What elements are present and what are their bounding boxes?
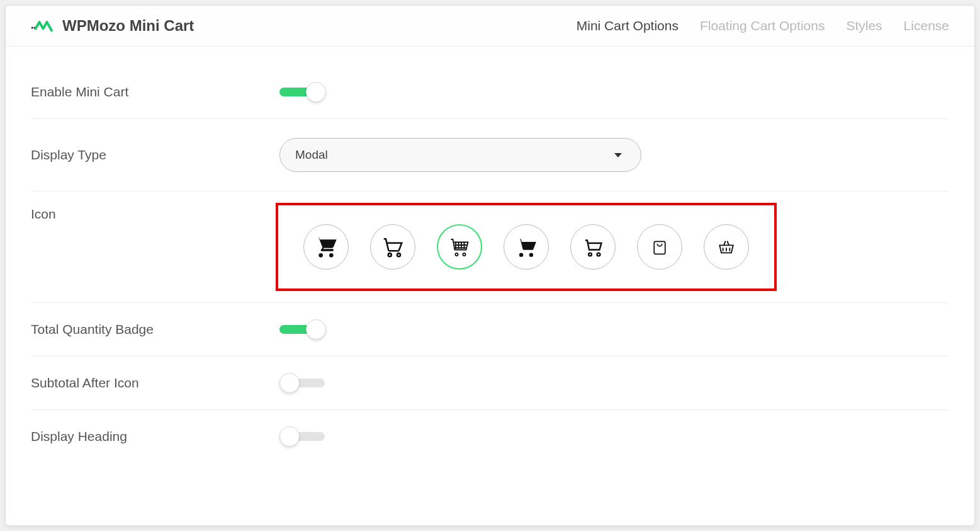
label-total-quantity-badge: Total Quantity Badge	[31, 322, 279, 337]
select-display-type-value: Modal	[295, 148, 328, 162]
svg-point-6	[589, 253, 592, 256]
icon-option-cart-filled-1[interactable]	[303, 224, 349, 270]
toggle-display-heading[interactable]	[279, 432, 325, 441]
select-display-type[interactable]: Modal	[279, 138, 641, 172]
toggle-total-quantity-badge[interactable]	[279, 325, 325, 334]
svg-point-5	[463, 253, 465, 256]
icon-option-cart-outline-1[interactable]	[370, 224, 415, 270]
row-total-quantity-badge: Total Quantity Badge	[31, 303, 949, 357]
label-icon: Icon	[31, 203, 279, 222]
label-display-type: Display Type	[31, 147, 279, 163]
tabs: Mini Cart Options Floating Cart Options …	[577, 18, 949, 33]
svg-point-2	[388, 253, 391, 256]
svg-point-3	[397, 253, 400, 256]
toggle-subtotal-after-icon[interactable]	[279, 379, 325, 387]
icon-picker-highlight	[276, 203, 777, 291]
icon-option-cart-grid[interactable]	[437, 224, 482, 270]
row-icon: Icon	[31, 191, 949, 303]
toggle-enable-mini-cart[interactable]	[279, 88, 325, 96]
icon-option-bag[interactable]	[637, 224, 682, 270]
label-enable-mini-cart: Enable Mini Cart	[31, 84, 279, 100]
icon-option-cart-outline-2[interactable]	[570, 224, 616, 270]
row-enable-mini-cart: Enable Mini Cart	[31, 66, 949, 119]
svg-rect-8	[654, 241, 665, 254]
tab-license[interactable]: License	[904, 18, 949, 33]
row-display-heading: Display Heading	[31, 410, 949, 463]
label-subtotal-after-icon: Subtotal After Icon	[31, 375, 279, 391]
label-display-heading: Display Heading	[31, 429, 279, 444]
row-display-type: Display Type Modal	[31, 119, 949, 191]
content: Enable Mini Cart Display Type Modal Icon	[6, 47, 974, 463]
tab-styles[interactable]: Styles	[846, 18, 882, 33]
svg-point-7	[597, 253, 600, 256]
icon-option-cart-filled-2[interactable]	[504, 224, 549, 270]
topbar: WPMozo Mini Cart Mini Cart Options Float…	[6, 6, 974, 47]
settings-window: WPMozo Mini Cart Mini Cart Options Float…	[5, 5, 975, 526]
row-subtotal-after-icon: Subtotal After Icon	[31, 357, 949, 410]
brand: WPMozo Mini Cart	[31, 17, 194, 35]
chevron-down-icon	[614, 153, 622, 157]
icon-option-basket[interactable]	[704, 224, 749, 270]
tab-floating-cart-options[interactable]: Floating Cart Options	[700, 18, 825, 33]
svg-point-0	[31, 27, 33, 29]
tab-mini-cart-options[interactable]: Mini Cart Options	[577, 18, 679, 33]
brand-logo-icon	[31, 18, 54, 33]
svg-point-4	[455, 253, 458, 256]
brand-title: WPMozo Mini Cart	[62, 17, 194, 35]
